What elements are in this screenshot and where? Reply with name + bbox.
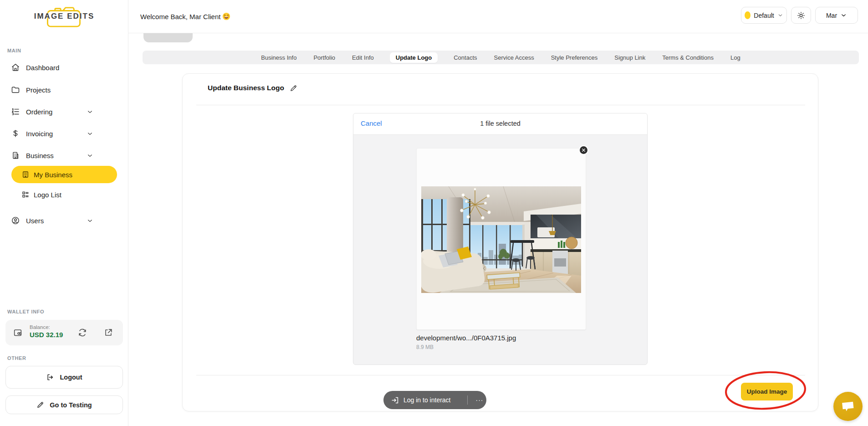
sidebar-item-label: Logo List xyxy=(34,191,61,199)
office-icon xyxy=(21,170,30,179)
home-icon xyxy=(11,63,20,72)
sidebar-item-label: Invoicing xyxy=(26,130,53,138)
sun-icon xyxy=(797,11,806,20)
file-preview-card xyxy=(416,148,586,330)
workspace-label: Default xyxy=(754,12,774,19)
upload-image-button[interactable]: Upload Image xyxy=(741,383,793,400)
tab-terms-conditions[interactable]: Terms & Conditions xyxy=(661,52,715,63)
tab-log[interactable]: Log xyxy=(730,52,741,63)
brand-logo: IMAGE EDITS xyxy=(26,3,103,29)
divider xyxy=(467,395,468,405)
chat-widget-button[interactable] xyxy=(833,392,863,421)
chevron-down-icon xyxy=(87,217,93,224)
sidebar-item-label: Business xyxy=(26,152,54,159)
refresh-icon[interactable] xyxy=(77,328,87,338)
sidebar: IMAGE EDITS MAIN Dashboard Projects Orde… xyxy=(0,0,128,426)
sidebar-item-logo-list[interactable]: Logo List xyxy=(0,185,128,204)
user-menu-label: Mar xyxy=(826,12,837,19)
file-name: development/wo.../0F0A3715.jpg xyxy=(416,334,516,342)
scrolled-pill-remnant xyxy=(143,33,193,42)
tab-business-info[interactable]: Business Info xyxy=(260,52,297,63)
login-to-interact-bar[interactable]: Log in to interact ··· xyxy=(383,391,486,409)
theme-toggle-button[interactable] xyxy=(791,7,811,24)
divider xyxy=(196,105,805,105)
sidebar-section-wallet: WALLET INFO xyxy=(7,309,44,314)
business-tabs: Business Info Portfolio Edit Info Update… xyxy=(143,51,859,64)
balance-value: USD 32.19 xyxy=(30,331,63,339)
chevron-down-icon xyxy=(87,130,93,137)
file-upload-panel: Cancel 1 file selected xyxy=(353,113,648,365)
logout-icon xyxy=(46,373,54,381)
welcome-message: Welcome Back, Mar Client xyxy=(140,12,230,21)
close-icon xyxy=(581,148,586,153)
chevron-down-icon xyxy=(87,108,93,115)
sidebar-item-users[interactable]: Users xyxy=(0,211,128,230)
balance-label: Balance: xyxy=(30,324,50,330)
login-icon xyxy=(391,396,399,405)
more-options-button[interactable]: ··· xyxy=(473,391,486,409)
sidebar-item-label: Ordering xyxy=(26,108,52,116)
update-logo-card: Update Business Logo Cancel 1 file selec… xyxy=(182,73,818,411)
sidebar-item-projects[interactable]: Projects xyxy=(0,81,128,99)
card-title-row: Update Business Logo xyxy=(208,84,297,92)
smiley-emoji-icon xyxy=(222,12,230,21)
sidebar-item-my-business[interactable]: My Business xyxy=(0,166,128,183)
user-circle-icon xyxy=(11,216,20,225)
wallet-balance-box: Balance: USD 32.19 xyxy=(5,320,123,345)
chevron-down-icon xyxy=(840,12,847,19)
user-menu-button[interactable]: Mar xyxy=(815,7,858,24)
external-link-icon[interactable] xyxy=(103,328,113,338)
page-title: Update Business Logo xyxy=(208,84,284,92)
folder-icon xyxy=(11,85,20,94)
login-label: Log in to interact xyxy=(403,396,451,404)
sidebar-section-other: OTHER xyxy=(7,355,26,361)
sidebar-item-label: Users xyxy=(26,217,44,225)
tab-service-access[interactable]: Service Access xyxy=(493,52,535,63)
welcome-text: Welcome Back, Mar Client xyxy=(140,13,220,21)
go-to-testing-label: Go to Testing xyxy=(50,401,92,409)
wallet-icon xyxy=(13,328,23,338)
sidebar-item-business[interactable]: Business xyxy=(0,146,128,164)
workspace-selector[interactable]: Default xyxy=(741,7,787,24)
page: IMAGE EDITS MAIN Dashboard Projects Orde… xyxy=(0,0,868,426)
apartment-photo xyxy=(421,186,581,293)
workspace-color-dot xyxy=(745,11,751,19)
top-header: Welcome Back, Mar Client Default Mar xyxy=(128,0,868,33)
sidebar-item-ordering[interactable]: Ordering xyxy=(0,103,128,121)
edit-pencil-icon[interactable] xyxy=(290,84,297,92)
logout-label: Logout xyxy=(60,374,82,381)
file-selected-status: 1 file selected xyxy=(353,120,647,127)
sidebar-item-label: My Business xyxy=(34,171,72,179)
remove-file-button[interactable] xyxy=(579,145,588,155)
chevron-down-icon xyxy=(777,12,783,18)
logout-button[interactable]: Logout xyxy=(5,366,123,389)
tab-contacts[interactable]: Contacts xyxy=(453,52,478,63)
brand-name: IMAGE EDITS xyxy=(26,12,103,21)
chevron-down-icon xyxy=(87,152,93,159)
sidebar-item-dashboard[interactable]: Dashboard xyxy=(0,58,128,77)
tab-update-logo[interactable]: Update Logo xyxy=(390,52,438,63)
file-size: 8.9 MB xyxy=(416,344,434,350)
tab-style-preferences[interactable]: Style Preferences xyxy=(550,52,599,63)
sidebar-item-label: Projects xyxy=(26,86,51,94)
speech-bubble-icon xyxy=(841,400,855,412)
sidebar-item-invoicing[interactable]: Invoicing xyxy=(0,124,128,143)
sidebar-section-main: MAIN xyxy=(7,48,21,53)
pencil-icon xyxy=(36,401,44,409)
divider xyxy=(196,375,805,375)
sidebar-item-label: Dashboard xyxy=(26,64,59,72)
tab-signup-link[interactable]: Signup Link xyxy=(613,52,646,63)
dollar-icon xyxy=(11,129,20,138)
tab-portfolio[interactable]: Portfolio xyxy=(312,52,336,63)
logo-list-icon xyxy=(21,190,30,199)
go-to-testing-button[interactable]: Go to Testing xyxy=(5,395,123,414)
building-icon xyxy=(11,151,20,160)
ordered-list-icon xyxy=(11,107,20,116)
upload-panel-header: Cancel 1 file selected xyxy=(353,113,647,135)
tab-edit-info[interactable]: Edit Info xyxy=(351,52,375,63)
